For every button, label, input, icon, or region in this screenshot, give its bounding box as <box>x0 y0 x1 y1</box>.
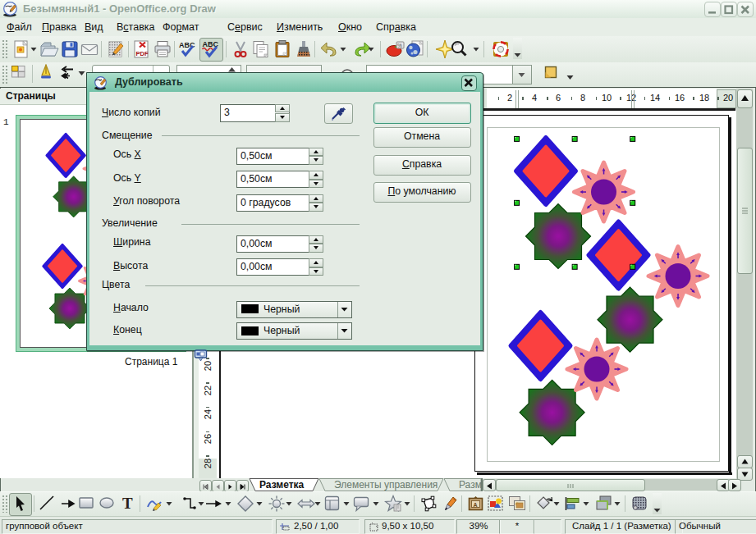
svg-text:PDF: PDF <box>136 50 149 57</box>
svg-text:T: T <box>122 495 133 511</box>
svg-text:ABC: ABC <box>179 41 195 49</box>
svg-text:%: % <box>397 43 402 48</box>
svg-text:A: A <box>474 502 478 508</box>
